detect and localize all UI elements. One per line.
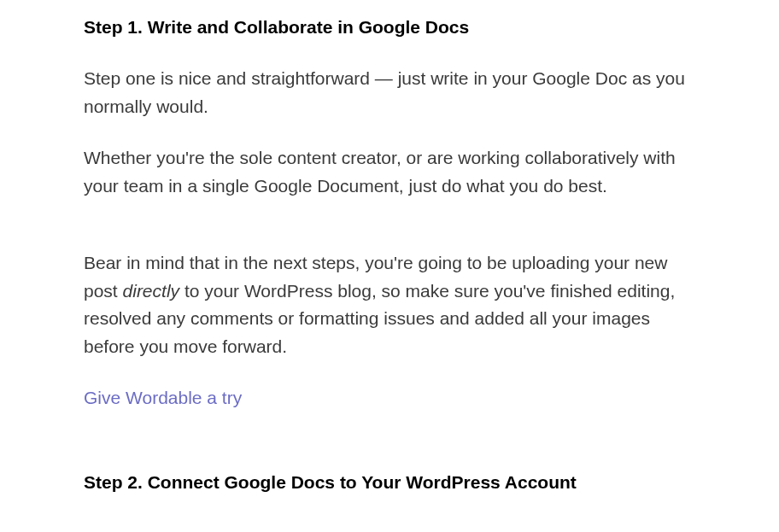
wordable-link[interactable]: Give Wordable a try [84,384,242,412]
step-1-paragraph-2: Whether you're the sole content creator,… [84,144,695,200]
step-1-paragraph-1: Step one is nice and straightforward — j… [84,65,695,120]
step-1-heading: Step 1. Write and Collaborate in Google … [84,17,695,38]
step-1-paragraph-3: Bear in mind that in the next steps, you… [84,249,695,360]
paragraph-3-emphasis: directly [123,281,180,301]
step-2-heading: Step 2. Connect Google Docs to Your Word… [84,472,695,493]
